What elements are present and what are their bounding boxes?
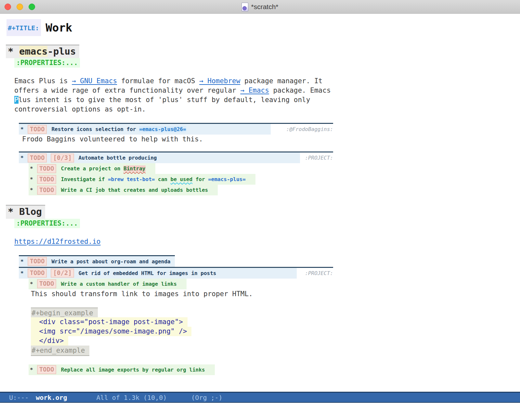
subtask-title: Investigate if =brew test-bot= can be us…: [61, 176, 245, 182]
verbatim-code: =brew test-bot=: [108, 176, 155, 182]
headline-title: Restore icons selection for: [51, 126, 139, 132]
properties-drawer[interactable]: :PROPERTIES:...: [14, 219, 80, 228]
subtask-row[interactable]: * TODO Create a project on Bintray: [6, 163, 520, 174]
org-title-value: Work: [46, 21, 72, 34]
todo-headline-restore-icons[interactable]: * TODO Restore icons selection for =emac…: [19, 123, 333, 135]
todo-headline-embedded-html[interactable]: * TODO [0/2] Get rid of embedded HTML fo…: [19, 267, 333, 279]
subtask-title: Create a project on Bintray: [61, 165, 145, 172]
text: lus intent is to give the most of 'plus'…: [19, 96, 310, 104]
heading-text: Blog: [19, 206, 42, 217]
heading-blog-line[interactable]: * Blog: [6, 205, 520, 218]
link-d12frosted[interactable]: https://d12frosted.io: [14, 238, 101, 245]
headline-star: *: [20, 270, 24, 276]
org-tag-project: :PROJECT:: [305, 155, 333, 161]
misspelled-word: Bintray: [124, 165, 145, 172]
code-text: <img src="/images/some-image.png" />: [31, 327, 191, 336]
spellcheck-phrase: be used: [171, 176, 192, 182]
document-icon: [241, 3, 248, 11]
paragraph-line-1: Emacs Plus is → GNU Emacs formulae for m…: [14, 76, 520, 86]
modeline-major-mode[interactable]: (Org ;-): [191, 394, 222, 401]
todo-note: This should transform link to images int…: [31, 289, 520, 299]
heading-rest: -plus: [47, 46, 76, 57]
org-tag-project: :PROJECT:: [305, 270, 333, 276]
example-end-keyword: #+end_example: [31, 346, 89, 356]
heading-star: *: [8, 206, 19, 217]
example-block: #+begin_example <div class="post-image p…: [31, 308, 520, 355]
todo-keyword-badge[interactable]: TODO: [28, 269, 47, 278]
text: formulae for macOS: [117, 77, 199, 85]
window-title: *scratch*: [251, 3, 278, 11]
todo-keyword-badge[interactable]: TODO: [37, 175, 57, 184]
link-homebrew[interactable]: → Homebrew: [199, 77, 240, 85]
text: offers a wide rage of extra functionalit…: [14, 86, 240, 94]
modeline-state: U:---: [9, 394, 29, 401]
verbatim-code: =emacs-plus@26=: [139, 126, 186, 132]
todo-headline-write-post[interactable]: * TODO Write a post about org-roam and a…: [19, 255, 175, 267]
org-tag-frodobaggins: :@FrodoBaggins:: [286, 126, 333, 132]
heading-highlight: emacs: [19, 46, 47, 57]
subtask-row[interactable]: * TODO Write a custom handler of image l…: [6, 279, 520, 289]
example-begin-keyword: #+begin_example: [31, 308, 98, 318]
headline-star: *: [30, 281, 33, 287]
headline-star: *: [30, 187, 33, 193]
todo-progress-counter: [0/3]: [51, 153, 74, 163]
subtask-row[interactable]: * TODO Write a CI job that creates and u…: [6, 185, 520, 195]
verbatim-code: =emacs-plus=: [208, 176, 246, 182]
headline-star: *: [20, 258, 24, 265]
blog-url-line: https://d12frosted.io: [14, 237, 520, 246]
text: package manager. It: [240, 77, 322, 85]
window-title-area: *scratch*: [0, 0, 520, 14]
headline-star: *: [30, 367, 33, 373]
heading-blog[interactable]: * Blog: [6, 205, 45, 218]
properties-drawer-line[interactable]: :PROPERTIES:...: [6, 58, 520, 68]
properties-drawer[interactable]: :PROPERTIES:...: [14, 58, 80, 68]
link-emacs[interactable]: → Emacs: [240, 86, 269, 94]
text-cursor: P: [14, 96, 19, 104]
mode-line: U:--- work.org All of 1.3k (10,0) (Org ;…: [0, 392, 520, 403]
todo-headline-automate-bottle[interactable]: * TODO [0/3] Automate bottle producing :…: [19, 151, 333, 163]
heading-emacs-plus[interactable]: * emacs-plus: [6, 45, 79, 58]
todo-keyword-badge[interactable]: TODO: [37, 365, 57, 374]
text: for: [192, 176, 208, 182]
todo-keyword-badge[interactable]: TODO: [28, 257, 47, 266]
example-code-line: </div>: [31, 336, 520, 346]
window-titlebar[interactable]: *scratch*: [0, 0, 520, 14]
todo-keyword-badge[interactable]: TODO: [28, 153, 47, 163]
subtask-title: Replace all image exports by regular org…: [61, 367, 205, 373]
subtask-title: Write a custom handler of image links: [61, 281, 176, 287]
headline-star: *: [20, 126, 24, 132]
headline-star: *: [30, 176, 33, 182]
subtask-title: Write a CI job that creates and uploads …: [61, 187, 208, 193]
text: package. Emacs: [269, 86, 331, 94]
org-title-line: #+TITLE: Work: [6, 19, 520, 37]
subtask-row[interactable]: * TODO Investigate if =brew test-bot= ca…: [6, 174, 520, 185]
subtask-row[interactable]: * TODO Replace all image exports by regu…: [6, 364, 520, 375]
text: can: [155, 176, 170, 182]
link-gnu-emacs[interactable]: → GNU Emacs: [72, 77, 117, 85]
text: Investigate if: [61, 176, 108, 182]
text: Emacs Plus is: [14, 77, 72, 85]
headline-title: Automate bottle producing: [79, 155, 157, 161]
todo-keyword-badge[interactable]: TODO: [28, 125, 47, 134]
heading-emacs-plus-line[interactable]: * emacs-plus: [6, 45, 520, 58]
todo-note: Frodo Baggins volunteered to help with t…: [22, 135, 520, 144]
headline-main: * TODO Restore icons selection for =emac…: [19, 124, 271, 135]
todo-progress-counter: [0/2]: [51, 269, 74, 278]
paragraph-line-2: offers a wide rage of extra functionalit…: [14, 86, 520, 95]
example-code-line: <div class="post-image post-image">: [31, 317, 520, 327]
modeline-position: All of 1.3k (10,0): [97, 394, 167, 401]
text: Create a project on: [61, 165, 124, 172]
example-code-line: <img src="/images/some-image.png" />: [31, 327, 520, 336]
properties-drawer-line[interactable]: :PROPERTIES:...: [6, 219, 520, 228]
todo-keyword-badge[interactable]: TODO: [37, 164, 57, 173]
code-text: </div>: [31, 336, 68, 346]
todo-keyword-badge[interactable]: TODO: [37, 186, 57, 195]
paragraph-line-3: Plus intent is to give the most of 'plus…: [14, 95, 520, 105]
headline-title: Get rid of embedded HTML for images in p…: [79, 270, 216, 276]
editor-buffer[interactable]: #+TITLE: Work * emacs-plus :PROPERTIES:.…: [0, 14, 520, 392]
headline-main: * TODO [0/3] Automate bottle producing: [19, 152, 300, 163]
modeline-buffer-name[interactable]: work.org: [36, 394, 67, 401]
todo-keyword-badge[interactable]: TODO: [37, 279, 57, 288]
paragraph-line-4: controversial options as opt-in.: [14, 105, 520, 114]
code-text: <div class="post-image post-image">: [31, 317, 188, 327]
